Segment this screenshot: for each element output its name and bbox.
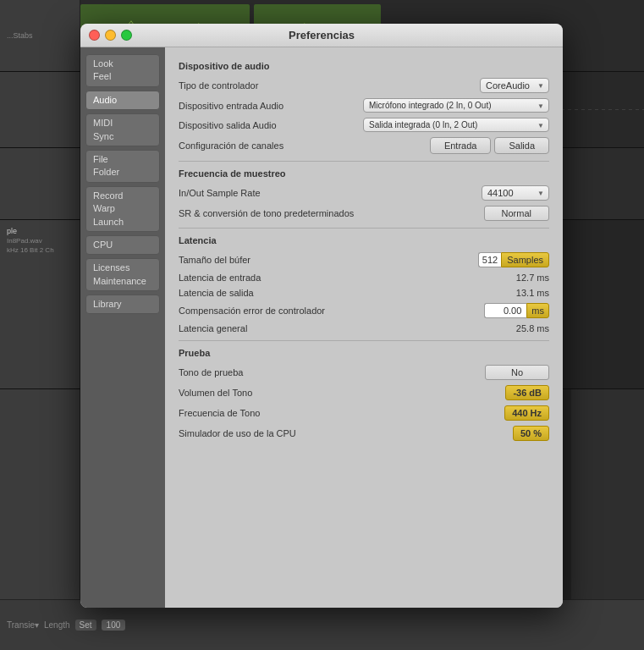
track-label-3 bbox=[0, 148, 80, 219]
dialog-body: Look Feel Audio MIDI Sync File Folder Re… bbox=[80, 47, 563, 608]
salida-button[interactable]: Salida bbox=[494, 137, 549, 154]
tamano-buffer-unit: Samples bbox=[501, 252, 549, 267]
row-latencia-entrada: Latencia de entrada 12.7 ms bbox=[179, 273, 549, 283]
latencia-salida-label: Latencia de salida bbox=[179, 288, 516, 298]
tamano-buffer-value: 512 bbox=[478, 252, 501, 267]
section-prueba: Prueba bbox=[179, 348, 549, 358]
latencia-salida-control: 13.1 ms bbox=[516, 288, 549, 298]
dispositivo-salida-select-wrapper[interactable]: Salida integrada (0 In, 2 Out) bbox=[363, 118, 549, 132]
latencia-general-control: 25.8 ms bbox=[516, 323, 549, 333]
sample-rate-control[interactable]: 44100 bbox=[482, 185, 549, 201]
row-sample-rate: In/Out Sample Rate 44100 bbox=[179, 185, 549, 201]
tono-prueba-label: Tono de prueba bbox=[179, 367, 485, 377]
tamano-buffer-control[interactable]: 512Samples bbox=[478, 252, 549, 267]
divider-2 bbox=[179, 228, 549, 229]
tempo-control[interactable]: 100 bbox=[102, 620, 126, 631]
tipo-controlador-select-wrapper[interactable]: CoreAudio bbox=[480, 78, 549, 93]
sidebar: Look Feel Audio MIDI Sync File Folder Re… bbox=[80, 47, 165, 608]
track-label-1: ...Stabs bbox=[0, 0, 80, 71]
sample-rate-select-wrapper[interactable]: 44100 bbox=[482, 185, 549, 201]
simulador-cpu-control[interactable]: 50 % bbox=[513, 426, 549, 441]
dialog-title: Preferencias bbox=[289, 29, 355, 41]
latencia-salida-value: 13.1 ms bbox=[516, 288, 549, 298]
latencia-entrada-control: 12.7 ms bbox=[516, 273, 549, 283]
title-bar: Preferencias bbox=[80, 24, 563, 47]
window-controls[interactable] bbox=[89, 30, 132, 41]
sr-conversion-control[interactable]: Normal bbox=[484, 206, 549, 221]
sidebar-item-file-folder[interactable]: File Folder bbox=[85, 150, 160, 183]
entrada-button[interactable]: Entrada bbox=[430, 137, 492, 154]
row-tono-prueba: Tono de prueba No bbox=[179, 365, 549, 380]
frecuencia-tono-label: Frecuencia de Tono bbox=[179, 408, 504, 418]
latencia-entrada-value: 12.7 ms bbox=[516, 273, 549, 283]
sidebar-item-record-warp-launch[interactable]: Record Warp Launch bbox=[85, 186, 160, 232]
sample-rate-select[interactable]: 44100 bbox=[482, 185, 549, 201]
row-configuracion-canales: Configuración de canales Entrada Salida bbox=[179, 137, 549, 154]
sample-rate-label: In/Out Sample Rate bbox=[179, 188, 482, 198]
sr-conversion-value[interactable]: Normal bbox=[484, 206, 549, 221]
dispositivo-entrada-label: Dispositivo entrada Audio bbox=[179, 101, 363, 111]
tamano-buffer-label: Tamaño del búfer bbox=[179, 255, 478, 265]
volumen-tono-label: Volumen del Tono bbox=[179, 388, 505, 398]
row-simulador-cpu: Simulador de uso de la CPU 50 % bbox=[179, 426, 549, 441]
tono-prueba-value[interactable]: No bbox=[485, 365, 549, 380]
compensacion-control[interactable]: ms bbox=[484, 303, 549, 318]
volumen-tono-control[interactable]: -36 dB bbox=[505, 385, 549, 400]
section-frecuencia-muestreo: Frecuencia de muestreo bbox=[179, 168, 549, 179]
compensacion-value[interactable] bbox=[484, 303, 526, 318]
tipo-controlador-select[interactable]: CoreAudio bbox=[480, 78, 549, 93]
tipo-controlador-control[interactable]: CoreAudio bbox=[480, 78, 549, 93]
section-dispositivo-audio: Dispositivo de audio bbox=[179, 61, 549, 71]
compensacion-label: Compensación error de controlador bbox=[179, 306, 484, 316]
tono-prueba-control[interactable]: No bbox=[485, 365, 549, 380]
simulador-cpu-value[interactable]: 50 % bbox=[513, 426, 549, 441]
row-frecuencia-tono: Frecuencia de Tono 440 Hz bbox=[179, 405, 549, 421]
track-label-2 bbox=[0, 72, 80, 147]
dispositivo-salida-label: Dispositivo salida Audio bbox=[179, 120, 363, 130]
sidebar-item-licenses-maintenance[interactable]: Licenses Maintenance bbox=[85, 258, 160, 291]
track-label-4: ple In8Pad.wav kHz 16 Bit 2 Ch bbox=[0, 220, 80, 388]
volumen-tono-value[interactable]: -36 dB bbox=[505, 385, 549, 400]
sidebar-item-cpu[interactable]: CPU bbox=[85, 235, 160, 255]
maximize-button[interactable] bbox=[121, 30, 132, 41]
row-dispositivo-salida: Dispositivo salida Audio Salida integrad… bbox=[179, 118, 549, 132]
sidebar-item-audio[interactable]: Audio bbox=[85, 91, 160, 110]
row-latencia-salida: Latencia de salida 13.1 ms bbox=[179, 288, 549, 298]
row-compensacion: Compensación error de controlador ms bbox=[179, 303, 549, 318]
dispositivo-entrada-control[interactable]: Micrófono integrado (2 In, 0 Out) bbox=[363, 98, 549, 113]
tamano-buffer-badge[interactable]: 512Samples bbox=[478, 252, 549, 267]
dispositivo-salida-select[interactable]: Salida integrada (0 In, 2 Out) bbox=[363, 118, 549, 132]
sidebar-item-look-feel[interactable]: Look Feel bbox=[85, 54, 160, 87]
dispositivo-salida-control[interactable]: Salida integrada (0 In, 2 Out) bbox=[363, 118, 549, 132]
row-sr-conversion: SR & conversión de tono predeterminados … bbox=[179, 206, 549, 221]
dispositivo-entrada-select[interactable]: Micrófono integrado (2 In, 0 Out) bbox=[363, 98, 549, 113]
preferences-dialog: Preferencias Look Feel Audio MIDI Sync F… bbox=[80, 24, 563, 608]
frecuencia-tono-control[interactable]: 440 Hz bbox=[504, 405, 549, 421]
close-button[interactable] bbox=[89, 30, 100, 41]
section-latencia: Latencia bbox=[179, 235, 549, 245]
latencia-general-label: Latencia general bbox=[179, 323, 516, 333]
dispositivo-entrada-select-wrapper[interactable]: Micrófono integrado (2 In, 0 Out) bbox=[363, 98, 549, 113]
simulador-cpu-label: Simulador de uso de la CPU bbox=[179, 428, 513, 438]
minimize-button[interactable] bbox=[105, 30, 116, 41]
row-tamano-buffer: Tamaño del búfer 512Samples bbox=[179, 252, 549, 267]
latencia-general-value: 25.8 ms bbox=[516, 323, 549, 333]
main-content: Dispositivo de audio Tipo de controlador… bbox=[165, 47, 563, 608]
sr-conversion-label: SR & conversión de tono predeterminados bbox=[179, 208, 484, 218]
length-label: Length bbox=[44, 620, 70, 630]
sidebar-item-library[interactable]: Library bbox=[85, 295, 160, 314]
row-dispositivo-entrada: Dispositivo entrada Audio Micrófono inte… bbox=[179, 98, 549, 113]
transport-label: Transie▾ bbox=[7, 620, 39, 630]
frecuencia-tono-value[interactable]: 440 Hz bbox=[504, 405, 549, 421]
configuracion-canales-label: Configuración de canales bbox=[179, 140, 430, 151]
configuracion-canales-control[interactable]: Entrada Salida bbox=[430, 137, 549, 154]
row-tipo-controlador: Tipo de controlador CoreAudio bbox=[179, 78, 549, 93]
set-btn[interactable]: Set bbox=[75, 620, 96, 631]
compensacion-unit: ms bbox=[526, 303, 549, 318]
tipo-controlador-label: Tipo de controlador bbox=[179, 80, 480, 91]
divider-3 bbox=[179, 340, 549, 341]
compensacion-input-wrapper[interactable]: ms bbox=[484, 303, 549, 318]
row-volumen-tono: Volumen del Tono -36 dB bbox=[179, 385, 549, 400]
sidebar-item-midi-sync[interactable]: MIDI Sync bbox=[85, 113, 160, 146]
divider-1 bbox=[179, 161, 549, 162]
